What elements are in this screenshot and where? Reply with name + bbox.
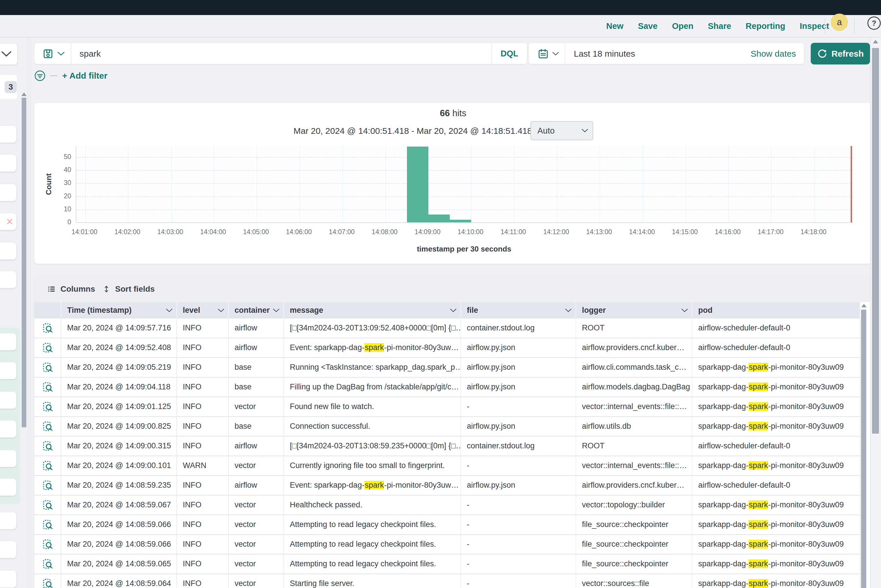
page-scroll-up-icon[interactable]	[873, 40, 878, 44]
sort-fields-button[interactable]: Sort fields	[102, 276, 155, 302]
cell-pod: sparkapp-dag-spark-pi-monitor-80y3uw09	[692, 495, 860, 514]
chevron-down-icon	[582, 129, 588, 133]
histogram-bar-14:08:30[interactable]	[407, 147, 428, 222]
page-scrollbar-thumb[interactable]	[872, 48, 879, 434]
hits-count: 66	[440, 108, 450, 118]
date-picker-menu-button[interactable]	[529, 48, 565, 60]
expand-row-button[interactable]	[35, 535, 61, 554]
column-menu-chevron[interactable]	[218, 309, 224, 312]
table-scroll-up-icon[interactable]	[861, 304, 866, 307]
expand-row-button[interactable]	[35, 358, 61, 377]
query-language-button[interactable]: DQL	[492, 49, 527, 58]
y-tick-label: 20	[45, 192, 71, 200]
expand-row-button[interactable]	[35, 417, 61, 436]
x-gridline	[771, 146, 772, 222]
sidebar-field-card[interactable]	[0, 478, 17, 496]
expand-row-button[interactable]	[35, 515, 61, 534]
saved-query-menu-button[interactable]	[35, 48, 71, 59]
show-dates-button[interactable]: Show dates	[750, 49, 804, 58]
sidebar-scrollbar-thumb[interactable]	[22, 98, 26, 427]
current-time-marker	[851, 146, 852, 222]
nav-link-reporting[interactable]: Reporting	[746, 21, 785, 31]
sidebar-field-card[interactable]	[0, 271, 17, 288]
x-gridline	[299, 146, 300, 222]
cell-time: Mar 20, 2024 @ 14:09:04.118	[61, 378, 177, 397]
chevron-down-icon	[2, 51, 11, 57]
inspect-document-icon	[42, 460, 53, 471]
x-tick-label: 14:10:00	[449, 228, 492, 236]
column-menu-chevron[interactable]	[565, 309, 571, 312]
inspect-document-icon	[42, 382, 53, 393]
sidebar-scroll-up-icon[interactable]	[21, 93, 27, 96]
sidebar-field-card[interactable]	[0, 450, 17, 467]
histogram-bar-14:09:00[interactable]	[428, 214, 450, 222]
cell-container: vector	[229, 456, 284, 475]
remove-field-icon[interactable]: ×	[6, 215, 13, 228]
help-icon[interactable]: ?	[867, 16, 881, 30]
refresh-button[interactable]: Refresh	[811, 43, 870, 64]
cell-time: Mar 20, 2024 @ 14:08:59.064	[61, 574, 177, 588]
expand-row-button[interactable]	[35, 456, 61, 475]
nav-link-save[interactable]: Save	[638, 21, 658, 31]
interval-select[interactable]: Auto	[531, 121, 593, 140]
expand-row-button[interactable]	[35, 476, 61, 495]
sidebar-field-card[interactable]	[0, 392, 17, 409]
sidebar-field-card[interactable]: ×	[0, 213, 17, 230]
x-tick-label: 14:03:00	[149, 228, 192, 236]
sidebar-field-card[interactable]	[0, 420, 17, 438]
cell-file: -	[461, 495, 576, 514]
cell-file: -	[461, 555, 576, 573]
sidebar-field-card[interactable]	[0, 362, 17, 379]
column-menu-chevron[interactable]	[166, 309, 172, 312]
sidebar-field-card[interactable]	[0, 184, 17, 201]
inspect-document-icon	[42, 480, 53, 491]
sidebar-field-card[interactable]	[0, 333, 17, 350]
expand-row-button[interactable]	[35, 436, 61, 456]
column-header-file[interactable]: file	[461, 302, 576, 319]
histogram-bar-14:09:30[interactable]	[450, 220, 471, 222]
nav-link-new[interactable]: New	[606, 21, 624, 31]
sort-arrows-icon	[102, 285, 110, 293]
add-filter-button[interactable]: + Add filter	[62, 71, 107, 81]
nav-link-share[interactable]: Share	[708, 21, 731, 31]
expand-row-button[interactable]	[35, 495, 61, 514]
expand-row-button[interactable]	[35, 555, 61, 573]
expand-row-button[interactable]	[35, 378, 61, 397]
sidebar-field-card[interactable]	[0, 126, 17, 143]
sidebar-collapse-button[interactable]	[0, 44, 17, 65]
sidebar-field-card[interactable]	[0, 541, 17, 558]
column-header-container[interactable]: container	[229, 302, 284, 319]
sidebar-field-card[interactable]	[0, 242, 17, 260]
column-menu-chevron[interactable]	[273, 309, 280, 312]
cell-message: Attempting to read legacy checkpoint fil…	[284, 535, 461, 554]
cell-logger: airflow.models.dagbag.DagBag	[576, 378, 692, 397]
column-header-message[interactable]: message	[284, 302, 461, 319]
x-tick-label: 14:11:00	[492, 228, 535, 236]
sidebar-field-card[interactable]	[0, 512, 17, 530]
column-header-level[interactable]: level	[177, 302, 229, 319]
nav-divider	[854, 18, 855, 34]
highlighted-term: spark	[749, 520, 768, 529]
time-range-value[interactable]: Last 18 minutes	[565, 49, 750, 58]
search-input[interactable]: spark	[71, 49, 492, 58]
sidebar-field-card[interactable]	[0, 570, 17, 588]
column-header-logger[interactable]: logger	[576, 302, 692, 319]
expand-row-button[interactable]	[35, 338, 61, 357]
table-scrollbar-thumb[interactable]	[861, 310, 866, 588]
avatar[interactable]: a	[831, 14, 848, 31]
expand-row-button[interactable]	[35, 574, 61, 588]
table-row: Mar 20, 2024 @ 14:08:59.067INFOvectorHea…	[35, 495, 860, 515]
column-header-time--timestamp-[interactable]: Time (timestamp)	[61, 302, 177, 319]
column-menu-chevron[interactable]	[681, 309, 688, 312]
sidebar-field-card[interactable]	[0, 154, 17, 172]
top-nav-links: NewSaveOpenShareReportingInspect	[606, 15, 829, 37]
avatar-initial: a	[837, 17, 842, 27]
column-header-pod[interactable]: pod	[692, 302, 860, 319]
nav-link-open[interactable]: Open	[672, 21, 693, 31]
filter-icon[interactable]	[35, 70, 45, 81]
expand-row-button[interactable]	[35, 397, 61, 416]
y-tick-label: 10	[45, 205, 71, 213]
columns-button[interactable]: Columns	[47, 276, 95, 302]
column-menu-chevron[interactable]	[450, 309, 456, 312]
expand-row-button[interactable]	[35, 319, 61, 338]
